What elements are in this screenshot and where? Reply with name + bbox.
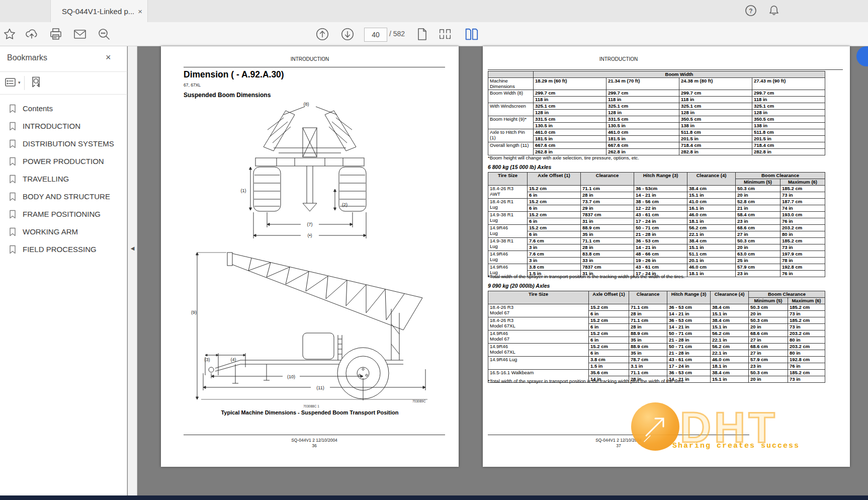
page-number-input[interactable] (364, 28, 387, 42)
table-cell: 27.43 m (90 ft) (752, 77, 825, 90)
find-bookmark-icon[interactable] (29, 75, 43, 90)
collapse-panel-icon[interactable]: ◀ (128, 245, 137, 251)
table-cell: 7837 cm (581, 211, 634, 218)
table-cell (488, 71, 534, 77)
bookmarks-close-icon[interactable]: × (106, 52, 111, 63)
table-cell: 3.1 in (629, 363, 667, 369)
table-cell: 78.7 cm (629, 356, 667, 363)
table-cell: 7837 cm (581, 264, 634, 270)
table-cell: 73 in (780, 192, 825, 198)
bookmark-icon (9, 122, 17, 131)
machine-dimensions-table: Boom WidthMachine Dimensions18.29 m (60 … (488, 71, 825, 155)
email-icon[interactable] (72, 27, 88, 42)
star-bookmark-icon[interactable] (2, 27, 17, 42)
table-cell: 80 in (780, 231, 825, 237)
bookmark-item-label: TRAVELLING (23, 175, 69, 183)
table-cell: 6 in (589, 310, 629, 317)
table-cell: 185.2 cm (780, 185, 825, 192)
bookmark-options-icon[interactable]: ▾ (4, 76, 21, 89)
notifications-bell-icon[interactable] (767, 4, 780, 17)
single-page-view-icon[interactable] (414, 27, 429, 42)
table-cell: 7.6 cm (528, 237, 581, 244)
table-cell: Overall length (11) (488, 142, 534, 155)
table-cell: 14 - 21 in (667, 310, 711, 317)
table-cell: 68.6 cm (749, 343, 788, 350)
print-icon[interactable] (48, 27, 63, 42)
table-cell: 15.2 cm (589, 317, 629, 323)
table-cell: 325.1 cm (534, 103, 606, 109)
next-page-icon[interactable] (340, 27, 355, 42)
bookmark-item[interactable]: FRAME POSITIONING (0, 205, 127, 223)
table-cell: 88.9 cm (581, 224, 634, 231)
previous-page-icon[interactable] (315, 27, 330, 42)
table-cell: 203.2 cm (780, 224, 825, 231)
table-cell: 36 - 53cm (634, 185, 687, 192)
table-cell: 36 - 53 cm (667, 369, 711, 376)
bookmark-item[interactable]: DISTRIBUTION SYSTEMS (0, 135, 127, 152)
dim-label-7: (7) (307, 222, 313, 227)
table-cell: Clearance (629, 291, 667, 304)
table-cell: 46.0 cm (687, 264, 736, 270)
table-cell: 14.9R46Lug (488, 224, 528, 237)
table-cell: 27 in (749, 350, 788, 356)
table-cell: Hitch Range (3) (667, 291, 711, 304)
bookmarks-panel-title: Bookmarks (7, 53, 47, 62)
table-cell: 28 in (629, 323, 667, 330)
table-cell: 130.5 in (534, 122, 606, 129)
table-cell: 15.2 cm (528, 198, 581, 205)
search-icon[interactable] (97, 27, 112, 42)
table-cell: 331.5 cm (606, 116, 679, 122)
table-cell: 28 in (581, 244, 634, 251)
table-cell: 71.1 cm (629, 369, 667, 376)
table-cell: 24.38 m (80 ft) (679, 77, 752, 90)
table-cell: 18.1 in (687, 270, 736, 277)
table-cell: 50 - 71 cm (667, 343, 711, 350)
tab-close-icon[interactable]: × (138, 7, 142, 16)
table-cell: 15.1 in (687, 244, 736, 251)
table-cell: 185.2 cm (780, 237, 825, 244)
bookmark-icon (9, 175, 17, 184)
section-heading: Suspended Boom Dimensions (184, 92, 271, 99)
table-cell: 331.5 cm (534, 116, 606, 122)
bottom-bar (0, 495, 868, 500)
table-cell: 282.8 in (752, 148, 825, 155)
bookmark-item[interactable]: Contents (0, 100, 127, 117)
table-cell: 6 in (528, 231, 581, 237)
table-cell: 33 in (581, 257, 634, 264)
table-cell: 299.7 cm (679, 90, 752, 96)
bookmark-item[interactable]: INTRODUCTION (0, 117, 127, 135)
table-cell: 73 in (788, 376, 825, 382)
table-cell: 138 in (752, 122, 825, 129)
two-page-view-icon[interactable] (464, 27, 479, 42)
bookmarks-list: Contents INTRODUCTION DISTRIBUTION SYSTE… (0, 100, 127, 258)
table-cell: 511.8 cm (752, 129, 825, 135)
table-cell: 18.4-26 R3Model 67 (488, 304, 589, 317)
table-cell: 15.1 in (711, 376, 749, 382)
dim-label-11: (11) (316, 385, 324, 390)
table-cell: 128 in (606, 109, 679, 116)
bookmark-item[interactable]: BODY AND STRUCTURE (0, 188, 127, 205)
document-tab[interactable]: SQ-044V1-Linked p... × (50, 0, 148, 22)
bookmark-item-label: FIELD PROCESSING (23, 245, 97, 254)
table-cell: 325.1 cm (606, 103, 679, 109)
table-cell: 36 - 53 cm (667, 304, 711, 310)
table-cell: 14.9R46Lug (488, 251, 528, 264)
continuous-scroll-view-icon[interactable] (438, 27, 453, 42)
table-cell: 68.6 cm (736, 224, 780, 231)
bookmark-item[interactable]: FIELD PROCESSING (0, 240, 127, 258)
page-header: INTRODUCTION (161, 56, 459, 62)
bookmark-item[interactable]: TRAVELLING (0, 170, 127, 188)
cloud-upload-icon[interactable] (24, 27, 39, 42)
table-cell: Axle to Hitch Pin (1) (488, 129, 534, 142)
total-width-note: *Total width of the sprayer in transport… (488, 378, 684, 384)
table-cell: 12 - 22 in (634, 205, 687, 211)
table-cell: 3.8 cm (589, 356, 629, 363)
bookmark-item[interactable]: POWER PRODUCTION (0, 152, 127, 170)
table-cell: 56.2 cm (711, 343, 749, 350)
table-cell: 299.7 cm (606, 90, 679, 96)
watermark-slogan: Sharing creates success (672, 442, 800, 450)
bookmark-item[interactable]: WORKING ARM (0, 223, 127, 240)
table-cell: 73.7 cm (581, 198, 634, 205)
help-icon[interactable]: ? (744, 4, 757, 17)
axle-table-title-20000: 9 090 kg (20 000lb) Axles (488, 283, 550, 289)
